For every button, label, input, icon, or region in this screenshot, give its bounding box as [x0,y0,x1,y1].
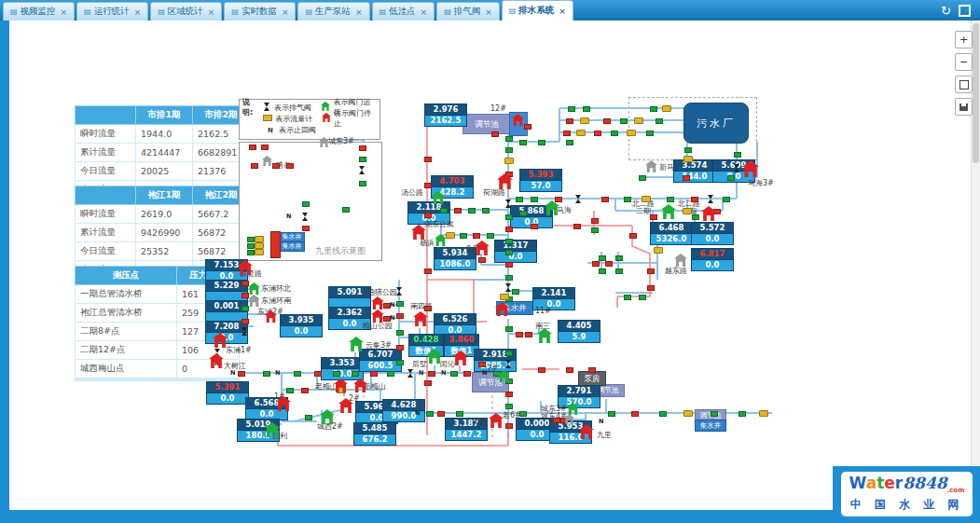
flowmeter-icon [580,117,589,124]
zoom-in-button[interactable]: + [955,31,973,48]
valve-running-house-icon[interactable] [427,349,442,364]
valve-indicator [615,268,623,274]
valve-stopped-house-icon[interactable] [353,378,367,392]
map-label: 东浦环北 [261,283,291,294]
valve-stopped-house-icon[interactable] [489,413,504,428]
valve-indicator [516,332,523,337]
valve-indicator [370,371,378,377]
map-label: 湖东公寓 [424,219,454,229]
table-cell: 今日流量 [76,242,136,261]
reading-value-bottom: 5326.0 [651,233,692,244]
station-box-泵房[interactable]: 泵房 [578,371,606,386]
valve-indicator [460,233,467,239]
valve-stopped-house-icon[interactable] [276,396,291,411]
tab-close-icon[interactable]: × [355,7,363,17]
valve-running-house-icon[interactable] [265,422,280,437]
valve-indicator [734,152,741,158]
valve-stopped-house-icon[interactable] [512,114,524,126]
valve-offline-house-icon[interactable] [674,254,687,267]
tab-排气阀[interactable]: ▤排气阀× [436,2,500,21]
valve-indicator [525,332,532,337]
valve-stopped-house-icon[interactable] [411,225,426,240]
valve-indicator [605,261,613,267]
tab-视频监控[interactable]: ▤视频监控× [3,2,75,21]
valve-indicator [601,197,609,202]
fit-view-button[interactable] [955,76,973,93]
valve-running-house-icon[interactable] [537,328,552,343]
valve-indicator [505,136,513,142]
tab-label: 实时数据 [242,6,277,18]
valve-stopped-house-icon[interactable] [213,333,228,348]
valve-stopped-house-icon[interactable] [475,241,490,255]
scrollbar-thumb[interactable] [973,23,979,163]
tab-close-icon[interactable]: × [485,7,492,17]
valve-running-house-icon[interactable] [435,234,447,246]
valve-indicator [524,124,531,130]
valve-stopped-house-icon[interactable] [497,173,513,189]
valve-stopped-house-icon[interactable] [413,311,428,326]
zoom-out-button[interactable]: − [955,53,973,71]
valve-stopped-house-icon[interactable] [742,160,759,177]
maximize-icon[interactable] [959,5,971,17]
tab-区域统计[interactable]: ▤区域统计× [150,2,222,21]
valve-stopped-house-icon[interactable] [701,206,716,221]
valve-stopped-house-icon[interactable] [371,310,384,323]
reading-value-bottom: 2162.5 [425,115,466,126]
valve-indicator [566,367,573,373]
valve-indicator [238,371,245,377]
valve-running-house-icon[interactable] [320,409,335,424]
table-cell: 累计流量 [76,224,136,242]
valve-stopped-house-icon[interactable] [495,302,509,316]
tab-生产泵站[interactable]: ▤生产泵站× [297,2,369,21]
tab-低洼点[interactable]: ▤低洼点× [372,2,435,21]
valve-running-house-icon[interactable] [349,337,364,351]
reading-value-bottom: 5.9 [559,331,600,342]
valve-indicator [727,175,735,181]
valve-stopped-house-icon[interactable] [334,378,348,392]
sewage-plant[interactable]: 污水厂 [683,103,749,144]
tab-close-icon[interactable]: × [559,7,566,16]
reading-box: 3.574544.0 [673,159,716,183]
tab-close-icon[interactable]: × [61,7,68,17]
valve-running-house-icon[interactable] [661,204,676,219]
valve-running-house-icon[interactable] [545,200,559,215]
valve-indicator [516,197,523,202]
valve-stopped-house-icon[interactable] [579,424,594,439]
valve-running-house-icon[interactable] [248,282,260,295]
tab-实时数据[interactable]: ▤实时数据× [224,2,296,21]
table-row: 今日流量2002521376 [76,162,250,181]
valve-indicator [538,367,545,373]
valve-indicator [342,207,350,213]
tab-close-icon[interactable]: × [208,7,215,17]
tab-close-icon[interactable]: × [134,7,142,17]
valve-indicator [359,145,366,151]
tab-label: 排水系统 [518,5,554,17]
refresh-icon[interactable]: ↻ [941,5,951,17]
valve-indicator [615,255,623,261]
tab-label: 运行统计 [94,6,130,18]
tab-排水系统[interactable]: ▤排水系统× [502,0,573,21]
tab-close-icon[interactable]: × [421,7,428,17]
valve-stopped-house-icon[interactable] [338,398,353,413]
valve-indicator [437,411,445,417]
valve-offline-house-icon[interactable] [248,295,260,307]
valve-stopped-house-icon[interactable] [265,310,277,323]
station-box-调节池[interactable]: 调节池 [462,114,511,134]
valve-offline-house-icon[interactable] [564,414,574,424]
reading-box: 2.9762162.5 [424,103,467,127]
valve-running-house-icon[interactable] [432,191,445,204]
table-cell: 20025 [136,162,193,181]
valve-running-house-icon[interactable] [498,370,510,382]
map-label: 11# [535,307,551,315]
tab-运行统计[interactable]: ▤运行统计× [76,2,148,21]
map-label: 6# [475,418,486,426]
redbar-box[interactable] [270,231,281,258]
valve-offline-house-icon[interactable] [645,160,657,172]
save-view-button[interactable] [955,98,973,116]
tab-close-icon[interactable]: × [282,7,289,17]
valve-stopped-house-icon[interactable] [209,353,224,368]
station-box-集水井[interactable]: 集水井 [695,420,726,432]
valve-stopped-house-icon[interactable] [453,351,468,365]
valve-stopped-house-icon[interactable] [371,296,384,310]
valve-stopped-house-icon[interactable] [238,260,253,275]
